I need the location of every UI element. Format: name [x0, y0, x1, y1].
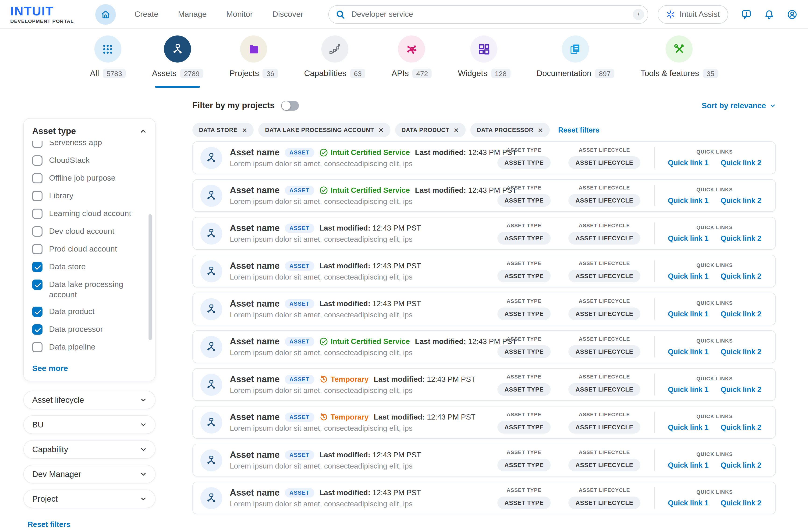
quick-link-2[interactable]: Quick link 2 [721, 423, 761, 432]
asset-title[interactable]: Asset name [230, 337, 279, 347]
quick-link-2[interactable]: Quick link 2 [721, 310, 761, 318]
asset-type-options-scroll[interactable]: Serverless app CloudStack Offline job pu… [24, 141, 155, 360]
quick-link-2[interactable]: Quick link 2 [721, 272, 761, 280]
asset-card[interactable]: Asset name ASSET Last modified: 12:43 PM… [192, 255, 776, 287]
quick-link-1[interactable]: Quick link 1 [668, 461, 709, 469]
quick-link-2[interactable]: Quick link 2 [721, 385, 761, 394]
quick-link-2[interactable]: Quick link 2 [721, 499, 761, 507]
asset-card[interactable]: Asset name ASSET Last modified: 12:43 PM… [192, 292, 776, 325]
tab-documentation[interactable]: Documentation 897 [536, 36, 614, 88]
search-bar[interactable]: / [329, 5, 648, 23]
option-checkbox[interactable] [32, 191, 42, 201]
option-checkbox[interactable] [32, 342, 42, 352]
asset-type-option[interactable]: Learning cloud account [32, 205, 147, 223]
option-checkbox[interactable] [32, 244, 42, 254]
asset-card[interactable]: Asset name ASSET Last modified: 12:43 PM… [192, 444, 776, 476]
tab-capabilities[interactable]: Capabilities 63 [304, 36, 365, 88]
logo[interactable]: INTUIT DEVELOPMENT PORTAL [10, 5, 74, 23]
option-checkbox[interactable] [32, 262, 42, 272]
asset-type-option[interactable]: Serverless app [32, 141, 147, 152]
asset-card[interactable]: Asset name ASSET Last modified: 12:43 PM… [192, 481, 776, 514]
asset-type-option[interactable]: Data lake processing account [32, 276, 147, 303]
asset-card[interactable]: Asset name ASSET Temporary Last modified… [192, 406, 776, 439]
asset-title[interactable]: Asset name [230, 223, 279, 233]
filter-chip[interactable]: DATA PRODUCT ✕ [395, 123, 465, 137]
option-checkbox[interactable] [32, 324, 42, 335]
intuit-assist-button[interactable]: Intuit Assist [658, 5, 728, 23]
asset-title[interactable]: Asset name [230, 374, 279, 384]
asset-card[interactable]: Asset name ASSET Temporary Last modified… [192, 368, 776, 401]
chip-close-icon[interactable]: ✕ [454, 126, 459, 134]
asset-type-option[interactable]: Data product [32, 303, 147, 321]
asset-card[interactable]: Asset name ASSET Intuit Certified Servic… [192, 141, 776, 174]
asset-card[interactable]: Asset name ASSET Last modified: 12:43 PM… [192, 217, 776, 250]
chip-close-icon[interactable]: ✕ [242, 126, 247, 134]
nav-item[interactable]: Create [134, 10, 158, 19]
filter-accordion[interactable]: BU [23, 415, 155, 434]
sidebar-scrollbar[interactable] [148, 214, 152, 340]
asset-type-option[interactable]: Library [32, 188, 147, 205]
asset-title[interactable]: Asset name [230, 412, 279, 422]
filter-accordion[interactable]: Project [23, 490, 155, 508]
asset-title[interactable]: Asset name [230, 148, 279, 158]
option-checkbox[interactable] [32, 173, 42, 184]
reset-filters-link[interactable]: Reset filters [558, 126, 600, 134]
quick-link-2[interactable]: Quick link 2 [721, 158, 761, 167]
filter-chip[interactable]: DATA LAKE PROCESSING ACCOUNT ✕ [258, 123, 390, 137]
option-checkbox[interactable] [32, 307, 42, 317]
account-icon[interactable] [787, 8, 798, 20]
tab-tools-features[interactable]: Tools & features 35 [641, 36, 718, 88]
see-more-link[interactable]: See more [24, 360, 155, 377]
quick-link-1[interactable]: Quick link 1 [668, 272, 709, 280]
option-checkbox[interactable] [32, 280, 42, 290]
filter-chip[interactable]: DATA STORE ✕ [192, 123, 254, 137]
asset-card[interactable]: Asset name ASSET Intuit Certified Servic… [192, 330, 776, 363]
quick-link-1[interactable]: Quick link 1 [668, 158, 709, 167]
nav-item[interactable]: Monitor [226, 10, 253, 19]
tab-assets[interactable]: Assets 2789 [152, 36, 203, 88]
sort-dropdown[interactable]: Sort by relevance [702, 101, 776, 110]
search-input[interactable] [350, 10, 633, 19]
asset-type-option[interactable]: Prod cloud account [32, 241, 147, 259]
asset-title[interactable]: Asset name [230, 299, 279, 309]
quick-link-1[interactable]: Quick link 1 [668, 234, 709, 243]
option-checkbox[interactable] [32, 141, 42, 148]
tab-widgets[interactable]: Widgets 128 [458, 36, 511, 88]
asset-title[interactable]: Asset name [230, 261, 279, 271]
quick-link-1[interactable]: Quick link 1 [668, 196, 709, 205]
filter-chip[interactable]: DATA PROCESSOR ✕ [470, 123, 550, 137]
my-projects-toggle[interactable] [281, 100, 299, 110]
quick-link-1[interactable]: Quick link 1 [668, 499, 709, 507]
chip-close-icon[interactable]: ✕ [537, 126, 543, 134]
quick-link-2[interactable]: Quick link 2 [721, 234, 761, 243]
option-checkbox[interactable] [32, 209, 42, 219]
quick-link-1[interactable]: Quick link 1 [668, 385, 709, 394]
asset-type-option[interactable]: Data pipeline [32, 339, 147, 357]
tab-projects[interactable]: Projects 36 [229, 36, 278, 88]
filter-accordion[interactable]: Asset lifecycle [23, 391, 155, 409]
asset-type-option[interactable]: Data store [32, 259, 147, 276]
quick-link-1[interactable]: Quick link 1 [668, 347, 709, 356]
filter-accordion[interactable]: Capability [23, 440, 155, 459]
tab-apis[interactable]: APIs 472 [392, 36, 432, 88]
asset-type-option[interactable]: Data processor [32, 321, 147, 339]
asset-type-option[interactable]: Offline job purpose [32, 170, 147, 188]
tab-all[interactable]: All 5783 [90, 36, 126, 88]
quick-link-2[interactable]: Quick link 2 [721, 347, 761, 356]
nav-item[interactable]: Discover [272, 10, 303, 19]
asset-type-option[interactable]: Dev cloud account [32, 223, 147, 241]
nav-item[interactable]: Manage [178, 10, 207, 19]
quick-link-2[interactable]: Quick link 2 [721, 461, 761, 469]
asset-title[interactable]: Asset name [230, 488, 279, 498]
quick-link-1[interactable]: Quick link 1 [668, 423, 709, 432]
filter-accordion[interactable]: Dev Manager [23, 465, 155, 483]
asset-card[interactable]: Asset name ASSET Intuit Certified Servic… [192, 179, 776, 212]
home-button[interactable] [95, 4, 116, 24]
asset-title[interactable]: Asset name [230, 185, 279, 195]
asset-title[interactable]: Asset name [230, 450, 279, 460]
notifications-bell-icon[interactable] [764, 8, 775, 20]
sidebar-reset-filters-link[interactable]: Reset filters [27, 520, 155, 529]
option-checkbox[interactable] [32, 155, 42, 166]
option-checkbox[interactable] [32, 226, 42, 236]
asset-type-option[interactable]: CloudStack [32, 152, 147, 170]
